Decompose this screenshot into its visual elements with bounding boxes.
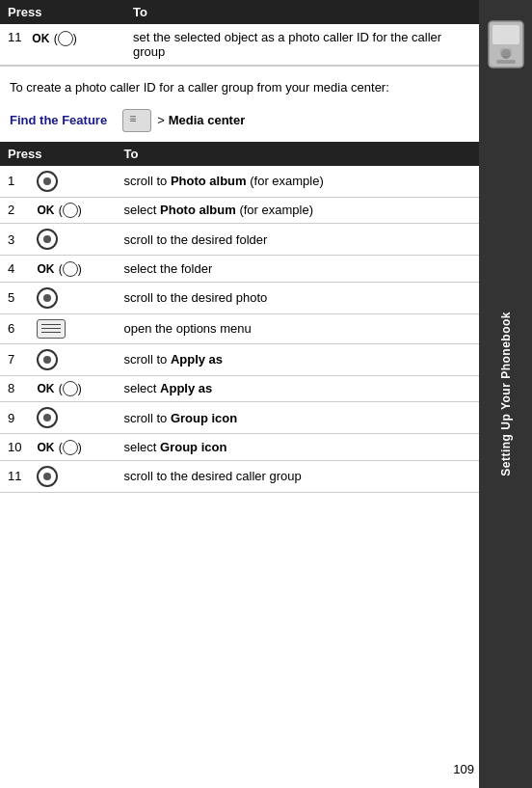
arrow-separator: > [157, 113, 165, 127]
right-sidebar: Setting Up Your Phonebook [479, 0, 532, 788]
bold-keyword: Apply as [171, 352, 223, 367]
ok-button-icon: OK () [32, 31, 76, 46]
table-row: 11 OK () set the selected object as a ph… [0, 24, 479, 66]
to-cell: scroll to the desired photo [116, 282, 479, 313]
top-table-header-press: Press [0, 0, 125, 24]
to-cell: scroll to Apply as [116, 343, 479, 375]
top-table-header-to: To [125, 0, 479, 24]
bold-keyword: Group icon [171, 411, 237, 425]
top-row-to-cell: set the selected object as a photo calle… [125, 24, 479, 66]
row-number-cell: 9 [0, 402, 29, 434]
to-cell: select the folder [116, 256, 479, 283]
page-number: 109 [453, 762, 474, 776]
press-cell [29, 460, 116, 492]
ok-label: OK [37, 262, 54, 276]
scroll-icon [37, 466, 58, 487]
main-table-header-press: Press [0, 142, 116, 166]
scroll-icon [37, 171, 58, 192]
ok-button-icon: OK () [37, 203, 81, 218]
to-cell: select Apply as [116, 375, 479, 402]
table-row: 5scroll to the desired photo [0, 282, 479, 313]
row-number-cell: 7 [0, 343, 29, 375]
press-cell [29, 313, 116, 343]
to-cell: select Photo album (for example) [116, 197, 479, 224]
bold-keyword: Photo album [171, 174, 247, 188]
to-cell: scroll to the desired folder [116, 224, 479, 256]
main-table: Press To 1scroll to Photo album (for exa… [0, 142, 479, 493]
row-number-cell: 6 [0, 313, 29, 343]
press-cell: OK () [29, 197, 116, 224]
table-row: 8OK ()select Apply as [0, 375, 479, 402]
press-cell [29, 166, 116, 198]
press-cell: OK () [29, 434, 116, 461]
to-cell: scroll to Photo album (for example) [116, 166, 479, 198]
row-number-cell: 3 [0, 224, 29, 256]
table-row: 11scroll to the desired caller group [0, 460, 479, 492]
row-number-cell: 8 [0, 375, 29, 402]
row-number-cell: 1 [0, 166, 29, 198]
row-number-cell: 2 [0, 197, 29, 224]
bold-keyword: Apply as [160, 381, 212, 395]
scroll-icon [37, 287, 58, 309]
sidebar-label: Setting Up Your Phonebook [499, 312, 513, 476]
press-cell [29, 343, 116, 375]
bold-keyword: Photo album [160, 203, 236, 217]
scroll-icon [37, 349, 58, 370]
table-row: 1scroll to Photo album (for example) [0, 166, 479, 198]
to-cell: open the options menu [116, 313, 479, 343]
to-cell: scroll to Group icon [116, 402, 479, 434]
row-number-cell: 11 [0, 460, 29, 492]
table-row: 10OK ()select Group icon [0, 434, 479, 461]
table-row: 7scroll to Apply as [0, 343, 479, 375]
feature-path: Media center [169, 113, 245, 127]
scroll-icon [37, 229, 58, 250]
table-row: 4OK ()select the folder [0, 256, 479, 283]
to-cell: scroll to the desired caller group [116, 460, 479, 492]
ok-label: OK [37, 204, 54, 217]
ok-button-icon: OK () [37, 261, 81, 277]
top-row-press-cell: 11 OK () [0, 24, 125, 66]
top-table: Press To 11 OK () set the selected objec… [0, 0, 479, 66]
svg-rect-4 [496, 60, 516, 64]
row-number: 11 [8, 30, 21, 44]
to-cell: select Group icon [116, 434, 479, 461]
svg-rect-3 [500, 48, 512, 56]
ok-circle [63, 261, 78, 277]
phone-svg [487, 19, 525, 69]
ok-label: OK [32, 32, 49, 45]
press-cell: OK () [29, 256, 116, 283]
ok-circle [63, 440, 78, 455]
ok-circle [63, 203, 78, 218]
ok-label: OK [37, 382, 54, 395]
scroll-icon [37, 407, 58, 428]
find-feature-bar: Find the Feature > Media center [0, 105, 479, 136]
table-row: 9scroll to Group icon [0, 402, 479, 434]
main-table-header-to: To [116, 142, 479, 166]
ok-circle-icon [58, 31, 73, 46]
intro-paragraph: To create a photo caller ID for a caller… [0, 67, 479, 105]
press-cell [29, 282, 116, 313]
table-row: 6open the options menu [0, 313, 479, 343]
ok-circle [63, 381, 78, 396]
menu-feature-icon [122, 109, 151, 132]
press-cell [29, 402, 116, 434]
menu-icon [37, 319, 66, 339]
row-number-cell: 10 [0, 434, 29, 461]
row-number-cell: 5 [0, 282, 29, 313]
bold-keyword: Group icon [160, 440, 226, 454]
svg-rect-1 [492, 25, 519, 44]
ok-button-icon: OK () [37, 440, 81, 455]
ok-button-icon: OK () [37, 381, 81, 396]
table-row: 2OK ()select Photo album (for example) [0, 197, 479, 224]
find-feature-label: Find the Feature [10, 113, 107, 127]
table-row: 3scroll to the desired folder [0, 224, 479, 256]
row-number-cell: 4 [0, 256, 29, 283]
ok-label: OK [37, 441, 54, 454]
phone-illustration [487, 19, 525, 72]
press-cell [29, 224, 116, 256]
press-cell: OK () [29, 375, 116, 402]
